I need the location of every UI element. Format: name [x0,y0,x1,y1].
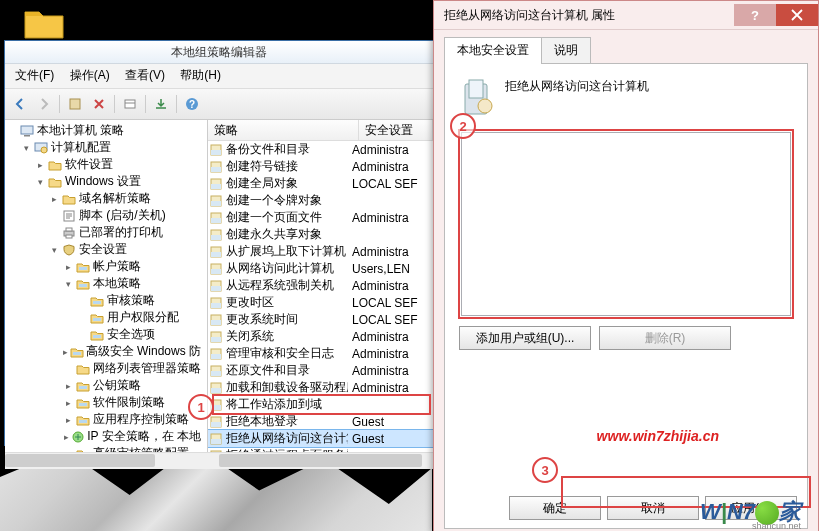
expand-icon[interactable] [49,227,60,238]
forward-button[interactable] [33,93,55,115]
policy-row[interactable]: 创建永久共享对象 [208,226,433,243]
svg-rect-35 [211,235,221,240]
tree-node[interactable]: 已部署的打印机 [7,224,205,241]
expand-icon[interactable]: ▸ [35,159,46,170]
remove-button[interactable]: 删除(R) [599,326,731,350]
expand-icon[interactable] [7,125,18,136]
user-list[interactable] [461,132,791,316]
tree-node[interactable]: ▸域名解析策略 [7,190,205,207]
tree-node[interactable]: 网络列表管理器策略 [7,360,205,377]
tree-label: 软件限制策略 [93,394,165,411]
expand-icon[interactable]: ▸ [63,346,69,357]
close-button[interactable] [776,4,818,26]
tree-label: 网络列表管理器策略 [93,360,201,377]
tree-node[interactable]: ▾本地策略 [7,275,205,292]
policy-row[interactable]: 关闭系统Administra [208,328,433,345]
window-title: 本地组策略编辑器 [5,41,433,64]
ok-button[interactable]: 确定 [509,496,601,520]
expand-icon[interactable]: ▾ [49,244,60,255]
policy-row[interactable]: 加载和卸载设备驱动程序Administra [208,379,433,396]
menu-action[interactable]: 操作(A) [64,66,116,85]
menu-view[interactable]: 查看(V) [119,66,171,85]
policy-row[interactable]: 更改系统时间LOCAL SEF [208,311,433,328]
expand-icon[interactable] [77,295,88,306]
properties-button[interactable] [119,93,141,115]
policy-name: 创建一个页面文件 [224,209,348,226]
tree-label: 本地计算机 策略 [37,122,124,139]
expand-icon[interactable]: ▸ [63,414,74,425]
expand-icon[interactable]: ▾ [21,142,32,153]
export-button[interactable] [150,93,172,115]
policy-row[interactable]: 拒绝本地登录Guest [208,413,433,430]
expand-icon[interactable]: ▸ [63,448,74,452]
menu-help[interactable]: 帮助(H) [174,66,227,85]
cancel-button[interactable]: 取消 [607,496,699,520]
folder-icon [61,192,77,206]
expand-icon[interactable]: ▾ [35,176,46,187]
tree-node[interactable]: 本地计算机 策略 [7,122,205,139]
list-pane[interactable]: 策略 安全设置 备份文件和目录Administra创建符号链接Administr… [208,120,433,452]
tree-node[interactable]: ▸应用程序控制策略 [7,411,205,428]
tree-node[interactable]: ▸软件限制策略 [7,394,205,411]
dialog-titlebar[interactable]: 拒绝从网络访问这台计算机 属性 ? [434,1,818,30]
tree-node[interactable]: 脚本 (启动/关机) [7,207,205,224]
back-button[interactable] [9,93,31,115]
policy-row[interactable]: 还原文件和目录Administra [208,362,433,379]
tree-node[interactable]: ▸公钥策略 [7,377,205,394]
titlebar-help-button[interactable]: ? [734,4,776,26]
policy-row[interactable]: 管理审核和安全日志Administra [208,345,433,362]
tab-security[interactable]: 本地安全设置 [444,37,542,64]
expand-icon[interactable]: ▸ [63,397,74,408]
tab-explain[interactable]: 说明 [541,37,591,64]
expand-icon[interactable] [63,363,74,374]
svg-rect-27 [211,167,221,172]
tree-node[interactable]: ▸高级安全 Windows 防 [7,343,205,360]
policy-name: 创建永久共享对象 [224,226,348,243]
policy-row[interactable]: 拒绝从网络访问这台计算机Guest [208,430,433,447]
policy-row[interactable]: 备份文件和目录Administra [208,141,433,158]
col-header-security[interactable]: 安全设置 [359,120,433,140]
svg-rect-59 [211,439,221,444]
col-header-policy[interactable]: 策略 [208,120,359,140]
delete-button[interactable] [88,93,110,115]
policy-name: 拒绝本地登录 [224,413,348,430]
tree-pane[interactable]: 本地计算机 策略▾计算机配置▸软件设置▾Windows 设置▸域名解析策略脚本 … [5,120,208,452]
expand-icon[interactable] [49,210,60,221]
expand-icon[interactable]: ▸ [63,380,74,391]
tree-node[interactable]: 审核策略 [7,292,205,309]
expand-icon[interactable]: ▸ [63,431,70,442]
tree-node[interactable]: ▸帐户策略 [7,258,205,275]
policy-row[interactable]: 从网络访问此计算机Users,LEN [208,260,433,277]
policy-row[interactable]: 创建符号链接Administra [208,158,433,175]
policy-icon [208,229,224,241]
action-button[interactable] [64,93,86,115]
policy-row[interactable]: 更改时区LOCAL SEF [208,294,433,311]
expand-icon[interactable] [77,312,88,323]
policy-row[interactable]: 将工作站添加到域 [208,396,433,413]
policy-row[interactable]: 创建全局对象LOCAL SEF [208,175,433,192]
tree-node[interactable]: ▸软件设置 [7,156,205,173]
policy-row[interactable]: 从扩展坞上取下计算机Administra [208,243,433,260]
tree-node[interactable]: ▾安全设置 [7,241,205,258]
policy-row[interactable]: 拒绝通过远程桌面服务登录 [208,447,433,452]
policy-name: 将工作站添加到域 [224,396,348,413]
tree-node[interactable]: ▸IP 安全策略，在 本地 [7,428,205,445]
tree-node[interactable]: 用户权限分配 [7,309,205,326]
tree-node[interactable]: ▸高级审核策略配置 [7,445,205,452]
hscrollbar[interactable] [5,452,433,469]
tree-node[interactable]: ▾Windows 设置 [7,173,205,190]
tree-node[interactable]: 安全选项 [7,326,205,343]
tree-node[interactable]: ▾计算机配置 [7,139,205,156]
folder-y-icon [75,413,91,427]
svg-rect-63 [469,80,483,98]
help-button[interactable]: ? [181,93,203,115]
expand-icon[interactable]: ▾ [63,278,74,289]
expand-icon[interactable]: ▸ [49,193,60,204]
policy-row[interactable]: 从远程系统强制关机Administra [208,277,433,294]
policy-row[interactable]: 创建一个令牌对象 [208,192,433,209]
policy-row[interactable]: 创建一个页面文件Administra [208,209,433,226]
expand-icon[interactable] [77,329,88,340]
expand-icon[interactable]: ▸ [63,261,74,272]
add-user-button[interactable]: 添加用户或组(U)... [459,326,591,350]
menu-file[interactable]: 文件(F) [9,66,60,85]
